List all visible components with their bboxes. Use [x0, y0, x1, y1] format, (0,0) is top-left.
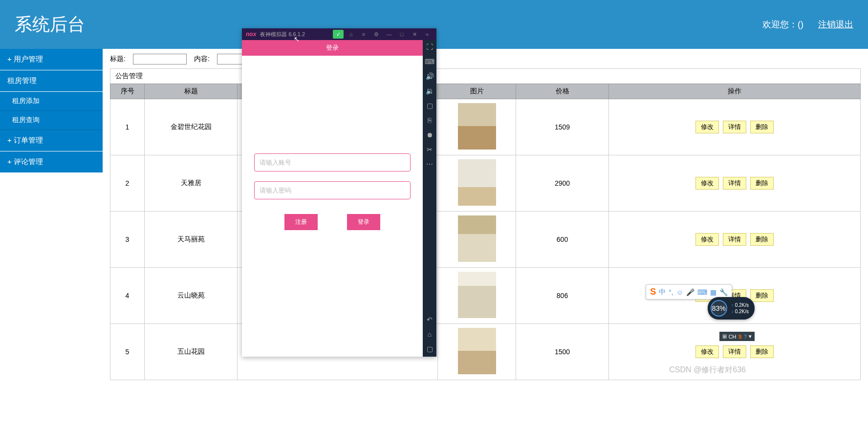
screen-icon[interactable]: ▢ [427, 102, 433, 109]
fullscreen-icon[interactable]: ⛶ [426, 43, 433, 51]
keyboard-icon[interactable]: ⌨ [425, 58, 434, 65]
cell-actions: 修改 详情 删除 [609, 155, 861, 212]
sidebar: + 用户管理 租房管理 租房添加 租房查询 + 订单管理 + 评论管理 [0, 49, 103, 428]
upload-speed: ↑0.2K/s [731, 302, 749, 308]
cursor-icon: ↖ [294, 35, 300, 43]
emu-gear-icon[interactable]: ⚙ [371, 30, 382, 39]
sidebar-item-orders[interactable]: + 订单管理 [0, 130, 103, 151]
ime-logo-icon: S [650, 287, 656, 297]
lang-label: CH [729, 334, 737, 340]
detail-button[interactable]: 详情 [723, 121, 746, 133]
volume-down-icon[interactable]: 🔉 [426, 87, 434, 95]
col-title: 标题 [145, 84, 238, 99]
cell-img [438, 99, 516, 155]
android-home-icon[interactable]: ⌂ [428, 330, 432, 338]
edit-button[interactable]: 修改 [695, 121, 719, 133]
sogou-icon: S [738, 334, 742, 340]
emu-close-icon[interactable]: ✕ [409, 30, 420, 39]
recent-icon[interactable]: ▢ [427, 345, 433, 353]
emulator-titlebar[interactable]: nox 夜神模拟器 6.6.1.2 ✓ ⌂ ≡ ⚙ — □ ✕ « [242, 28, 436, 40]
cell-price: 600 [516, 212, 609, 268]
delete-button[interactable]: 删除 [750, 121, 774, 133]
emu-shield-icon[interactable]: ✓ [333, 30, 344, 39]
detail-button[interactable]: 详情 [723, 345, 746, 358]
col-price: 价格 [516, 84, 609, 99]
ime-voice-icon[interactable]: 🎤 [686, 288, 694, 296]
header-right: 欢迎您：() 注销退出 [762, 19, 853, 30]
filter-bar: 标题: 内容: [110, 54, 861, 64]
speed-widget[interactable]: 83% ↑0.2K/s ↓0.2K/s [708, 297, 755, 320]
col-idx: 序号 [110, 84, 145, 99]
edit-button[interactable]: 修改 [695, 233, 719, 246]
username-input[interactable] [254, 153, 411, 171]
edit-button[interactable]: 修改 [695, 177, 719, 190]
emu-home-icon[interactable]: ⌂ [346, 30, 356, 39]
download-speed: ↓0.2K/s [731, 309, 749, 314]
cell-img [438, 324, 516, 380]
panel-title: 公告管理 [110, 68, 861, 84]
room-image [458, 103, 496, 150]
ime-punct-icon[interactable]: °, [669, 288, 673, 296]
cell-price: 1500 [516, 324, 609, 380]
cell-price: 1509 [516, 99, 609, 155]
cell-img [438, 212, 516, 268]
filter-label-content: 内容: [194, 55, 210, 64]
cell-idx: 1 [110, 99, 145, 155]
delete-button[interactable]: 删除 [750, 177, 774, 190]
capture-icon[interactable]: ⎘ [428, 116, 432, 124]
back-icon[interactable]: ↶ [427, 316, 433, 323]
cell-title: 云山晓苑 [145, 268, 238, 324]
cell-price: 2900 [516, 155, 609, 212]
record-icon[interactable]: ⏺ [426, 131, 433, 139]
cell-idx: 2 [110, 155, 145, 212]
room-image [458, 215, 496, 262]
volume-up-icon[interactable]: 🔊 [426, 72, 434, 80]
app-header: 登录 [242, 40, 423, 56]
cell-idx: 5 [110, 324, 145, 380]
emulator-screen: 登录 注册 登录 [242, 40, 423, 357]
sidebar-sub-rental-add[interactable]: 租房添加 [0, 92, 103, 111]
register-button[interactable]: 注册 [284, 214, 318, 230]
help-icon: ? [744, 334, 747, 340]
logout-link[interactable]: 注销退出 [818, 19, 853, 30]
scissors-icon[interactable]: ✂ [427, 146, 433, 153]
watermark: CSDN @修行者对636 [669, 365, 746, 375]
detail-button[interactable]: 详情 [723, 177, 746, 190]
emulator-sidebar: ⛶ ⌨ 🔊 🔉 ▢ ⎘ ⏺ ✂ ⋯ ↶ ⌂ ▢ [423, 40, 436, 357]
sidebar-item-users[interactable]: + 用户管理 [0, 49, 103, 70]
password-input[interactable] [254, 181, 411, 199]
filter-label-title: 标题: [110, 55, 126, 64]
sidebar-item-comments[interactable]: + 评论管理 [0, 151, 103, 173]
cell-idx: 4 [110, 268, 145, 324]
col-img: 图片 [438, 84, 516, 99]
ime-keyboard-icon[interactable]: ⌨ [697, 288, 707, 296]
delete-button[interactable]: 删除 [750, 345, 774, 358]
ime-tool-icon[interactable]: 🔧 [719, 288, 728, 296]
cell-title: 天雅居 [145, 155, 238, 212]
ime-emoji-icon[interactable]: ☺ [676, 288, 683, 296]
emu-maximize-icon[interactable]: □ [396, 30, 407, 39]
emu-menu-icon[interactable]: ≡ [358, 30, 369, 39]
sidebar-sub-rental-query[interactable]: 租房查询 [0, 111, 103, 130]
room-image [458, 328, 496, 374]
emu-collapse-icon[interactable]: « [422, 30, 433, 39]
taskbar-lang[interactable]: ⊞ CH S ? ▾ [719, 332, 755, 341]
edit-button[interactable]: 修改 [695, 345, 719, 358]
welcome-text: 欢迎您：() [762, 19, 803, 30]
ime-skin-icon[interactable]: ▦ [710, 288, 716, 296]
grid-icon: ⊞ [722, 333, 727, 340]
emu-minimize-icon[interactable]: — [384, 30, 394, 39]
cell-price: 806 [516, 268, 609, 324]
ime-lang[interactable]: 中 [659, 288, 666, 297]
sidebar-item-rental[interactable]: 租房管理 [0, 70, 103, 92]
login-button[interactable]: 登录 [347, 214, 380, 230]
cell-title: 天马丽苑 [145, 212, 238, 268]
dropdown-icon: ▾ [749, 333, 752, 340]
filter-title-input[interactable] [133, 54, 187, 64]
detail-button[interactable]: 详情 [723, 233, 746, 246]
delete-button[interactable]: 删除 [750, 289, 774, 302]
app-title: 系统后台 [15, 13, 85, 37]
more-icon[interactable]: ⋯ [426, 160, 433, 168]
room-image [458, 272, 496, 318]
delete-button[interactable]: 删除 [750, 233, 774, 246]
